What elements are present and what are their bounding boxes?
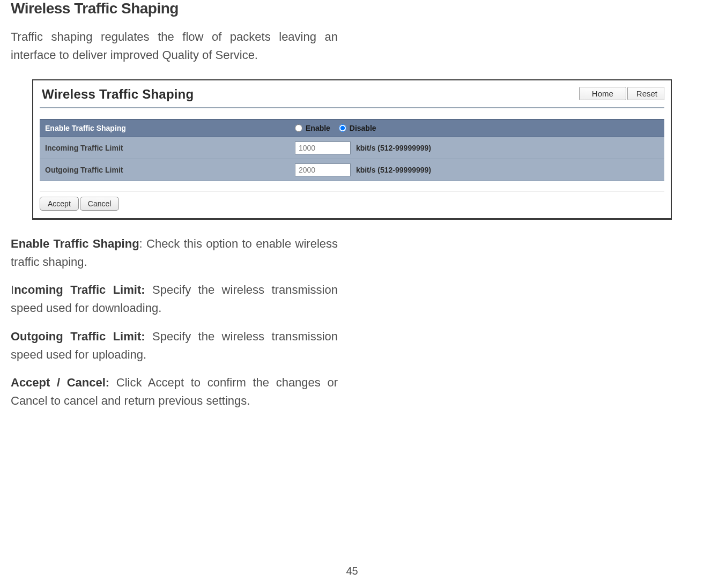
term: ncoming Traffic Limit: [14,283,145,296]
divider [40,107,664,108]
incoming-limit-unit: kbit/s (512-99999999) [356,144,431,152]
label-incoming-limit: Incoming Traffic Limit [40,137,290,159]
outgoing-limit-input[interactable] [295,163,351,176]
definition-incoming-limit: Incoming Traffic Limit: Specify the wire… [11,281,338,317]
radio-disable[interactable] [339,124,346,132]
panel-title: Wireless Traffic Shaping [40,87,194,102]
radio-disable-label: Disable [350,124,376,132]
intro-paragraph: Traffic shaping regulates the flow of pa… [11,28,338,64]
definitions-block: Enable Traffic Shaping: Check this optio… [11,235,338,410]
definition-outgoing-limit: Outgoing Traffic Limit: Specify the wire… [11,328,338,364]
term: Enable Traffic Shaping [11,237,139,250]
row-enable-traffic-shaping: Enable Traffic Shaping Enable Disable [40,120,664,137]
row-incoming-limit: Incoming Traffic Limit kbit/s (512-99999… [40,137,664,159]
page-title: Wireless Traffic Shaping [11,0,693,17]
home-button[interactable]: Home [579,87,626,100]
cancel-button[interactable]: Cancel [80,197,120,211]
incoming-limit-input[interactable] [295,142,351,154]
row-outgoing-limit: Outgoing Traffic Limit kbit/s (512-99999… [40,159,664,181]
term: Accept / Cancel: [11,376,109,389]
divider [40,191,664,191]
page-number: 45 [0,565,704,577]
outgoing-limit-unit: kbit/s (512-99999999) [356,166,431,174]
definition-enable-traffic-shaping: Enable Traffic Shaping: Check this optio… [11,235,338,271]
term: Outgoing Traffic Limit: [11,330,145,343]
accept-button[interactable]: Accept [40,197,79,211]
settings-table: Enable Traffic Shaping Enable Disable In… [40,119,664,181]
definition-accept-cancel: Accept / Cancel: Click Accept to confirm… [11,374,338,410]
label-enable-traffic-shaping: Enable Traffic Shaping [40,120,290,137]
radio-enable[interactable] [295,124,302,132]
reset-button[interactable]: Reset [627,87,664,100]
label-outgoing-limit: Outgoing Traffic Limit [40,159,290,181]
settings-panel: Wireless Traffic Shaping Home Reset Enab… [32,79,672,220]
radio-enable-label: Enable [306,124,330,132]
